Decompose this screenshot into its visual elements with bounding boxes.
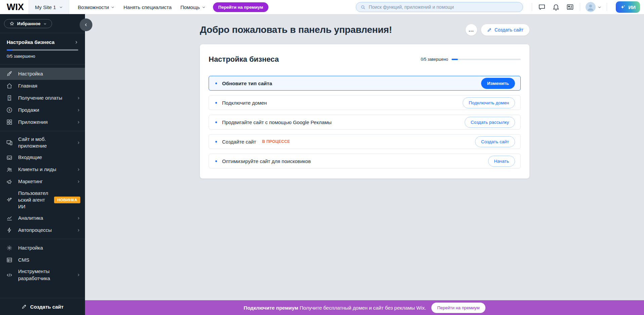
business-setup-summary[interactable]: Настройка бизнеса 0/5 завершено — [0, 33, 85, 64]
task-row-update-site-type[interactable]: Обновите тип сайта Изменить — [209, 76, 521, 91]
sidebar-item-settings[interactable]: Настройка — [0, 242, 85, 254]
chevron-right-icon — [77, 120, 80, 124]
main-content: Добро пожаловать в панель управления! ..… — [85, 14, 644, 315]
banner-premium-button[interactable]: Перейти на премиум — [431, 303, 485, 313]
banner-regular-text: Получите бесплатный домен и сайт без рек… — [300, 305, 426, 311]
sidebar-item-analytics[interactable]: Аналитика — [0, 212, 85, 224]
site-switcher[interactable]: My Site 1 — [29, 0, 69, 14]
sidebar-item-label: Настройка — [18, 243, 43, 253]
lightning-icon — [6, 227, 13, 233]
sidebar-item-marketing[interactable]: Маркетинг — [0, 176, 85, 188]
card-progress-bar — [452, 59, 521, 60]
chevron-right-icon — [77, 96, 80, 100]
task-change-button[interactable]: Изменить — [481, 78, 515, 89]
sidebar-item-apps[interactable]: Приложения — [0, 116, 85, 128]
task-row-connect-domain[interactable]: Подключите домен Подключить домен — [209, 95, 521, 110]
task-create-site-button[interactable]: Создать сайт — [475, 136, 515, 147]
sidebar-item-cms[interactable]: CMS — [0, 254, 85, 266]
nav-hire-professional[interactable]: Нанять специалиста — [123, 4, 171, 10]
banner-text: Подключите премиум Получите бесплатный д… — [244, 305, 426, 311]
people-icon — [6, 166, 13, 173]
megaphone-icon — [6, 178, 13, 185]
task-label: Оптимизируйте сайт для поисковиков — [222, 158, 311, 164]
chevron-left-icon — [84, 23, 88, 27]
task-row-promote-google-ads[interactable]: Продвигайте сайт с помощью Google Реклам… — [209, 115, 521, 129]
notifications-bell-icon[interactable] — [552, 3, 560, 11]
sidebar-menu: Настройка Главная $ Получение оплаты $ П… — [0, 64, 85, 287]
more-actions-button[interactable]: ... — [466, 24, 477, 36]
sidebar-item-inbox[interactable]: Входящие — [0, 152, 85, 164]
sidebar-item-dev-tools[interactable]: Инструменты разработчика — [0, 266, 85, 284]
create-site-button[interactable]: Создать сайт — [481, 24, 529, 36]
ai-assistant-button[interactable]: ИИ — [616, 1, 640, 13]
sidebar-item-get-paid[interactable]: $ Получение оплаты — [0, 92, 85, 104]
chevron-down-icon — [59, 5, 63, 9]
favorites-dropdown[interactable]: Избранное — [4, 19, 52, 28]
upgrade-premium-button[interactable]: Перейти на премиум — [213, 2, 269, 12]
task-start-button[interactable]: Начать — [488, 156, 515, 167]
task-row-create-site[interactable]: Создайте сайт В ПРОЦЕССЕ Создать сайт — [209, 134, 521, 149]
setup-progress-label: 0/5 завершено — [7, 54, 78, 59]
sparkle-icon — [620, 4, 626, 10]
sidebar-item-label: Главная — [18, 81, 37, 91]
in-progress-badge: В ПРОЦЕССЕ — [262, 139, 290, 144]
chevron-down-icon — [202, 5, 206, 9]
avatar — [586, 2, 596, 12]
search-input[interactable] — [369, 4, 519, 10]
task-create-campaign-button[interactable]: Создать рассылку — [465, 117, 515, 128]
sidebar-item-label: Сайт и моб. приложение — [18, 134, 58, 152]
sidebar-item-label: Приложения — [18, 117, 48, 127]
sidebar-item-setup[interactable]: Настройка — [0, 68, 85, 80]
apps-icon — [6, 119, 13, 125]
star-icon — [9, 21, 14, 26]
favorites-row: Избранное — [0, 14, 85, 33]
sidebar-item-label: Продажи — [18, 105, 39, 115]
sidebar-create-site-button[interactable]: Создать сайт — [0, 298, 85, 315]
site-switcher-label: My Site 1 — [35, 4, 56, 10]
sidebar-item-ai-agent[interactable]: Пользовательский агент ИИ НОВИНКА — [0, 188, 85, 212]
nav-help[interactable]: Помощь — [180, 4, 206, 10]
bullet-icon — [215, 141, 217, 143]
sidebar-item-automations[interactable]: Автопроцессы — [0, 224, 85, 236]
chevron-right-icon — [77, 108, 80, 112]
nav-hire-professional-label: Нанять специалиста — [123, 4, 171, 10]
sidebar-item-contacts-leads[interactable]: Клиенты и лиды — [0, 164, 85, 176]
bullet-icon — [215, 160, 217, 162]
premium-banner: Подключите премиум Получите бесплатный д… — [85, 300, 644, 315]
svg-text:$: $ — [9, 96, 10, 99]
divider — [607, 3, 607, 11]
chevron-right-icon — [74, 40, 78, 44]
bullet-icon — [215, 102, 217, 104]
task-row-seo-optimize[interactable]: Оптимизируйте сайт для поисковиков Начат… — [209, 154, 521, 168]
topbar-icons — [529, 2, 610, 12]
bullet-icon — [215, 83, 217, 84]
task-connect-domain-button[interactable]: Подключить домен — [463, 97, 515, 108]
top-bar: WIX My Site 1 Возможности Нанять специал… — [0, 0, 644, 14]
search-bar[interactable] — [356, 2, 523, 12]
new-badge: НОВИНКА — [54, 197, 80, 203]
sidebar: Избранное Настройка бизнеса 0/5 завершен… — [0, 14, 85, 315]
gear-icon — [6, 245, 13, 251]
sidebar-item-label: Автопроцессы — [18, 225, 52, 235]
devices-icon — [6, 139, 13, 146]
create-site-label: Создать сайт — [495, 27, 523, 33]
chevron-right-icon — [77, 180, 80, 183]
bullet-icon — [215, 121, 217, 123]
sidebar-item-label: Входящие — [18, 152, 42, 163]
account-menu[interactable] — [586, 2, 601, 12]
sidebar-item-label: Клиенты и лиды — [18, 164, 56, 175]
sidebar-item-label: Настройка — [18, 68, 43, 79]
sidebar-item-home[interactable]: Главная — [0, 80, 85, 92]
chat-icon[interactable] — [538, 3, 546, 11]
dollar-icon: $ — [6, 107, 13, 113]
nav-features[interactable]: Возможности — [78, 4, 115, 10]
sidebar-item-site-mobile-app[interactable]: Сайт и моб. приложение — [0, 134, 85, 152]
chevron-right-icon — [77, 216, 80, 220]
divider — [0, 131, 85, 131]
chevron-right-icon — [77, 141, 80, 145]
updates-news-icon[interactable] — [566, 3, 574, 11]
sidebar-item-sales[interactable]: $ Продажи — [0, 104, 85, 116]
nav-help-label: Помощь — [180, 4, 200, 10]
sidebar-collapse-button[interactable] — [80, 18, 92, 31]
nav-features-label: Возможности — [78, 4, 109, 10]
